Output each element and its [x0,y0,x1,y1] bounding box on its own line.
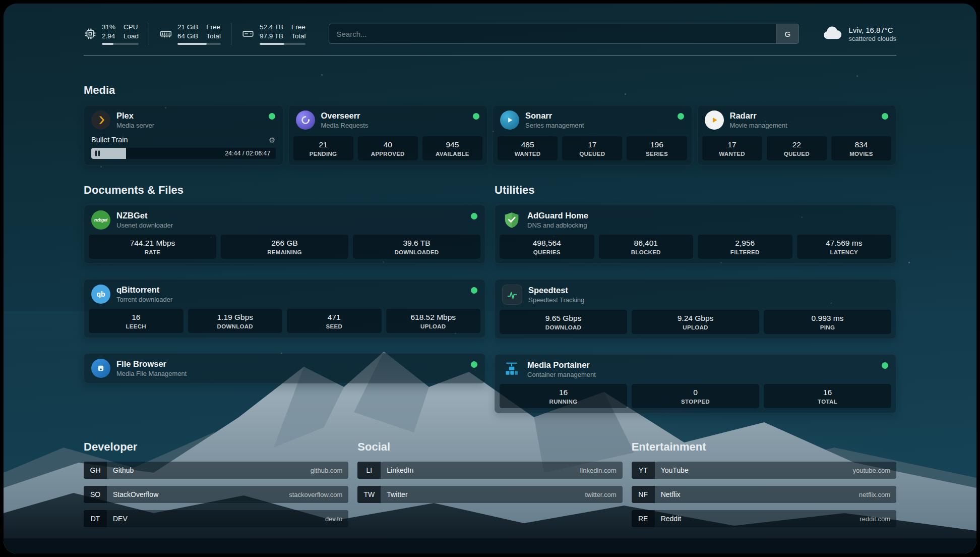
status-online-dot [471,361,477,368]
bookmark-name: Netflix [655,486,859,503]
service-link-speedtest[interactable]: Speedtest Speedtest Tracking [495,280,896,310]
stat-label: RATE [91,249,214,255]
stat-value: 16 [91,313,181,322]
status-online-dot [473,113,479,120]
stat-label: DOWNLOAD [190,323,281,329]
stat-value: 17 [564,140,620,149]
memory-progress-bar [177,43,221,45]
cpu-progress-fill [102,43,113,45]
service-name: Plex [116,110,154,121]
now-playing-title: Bullet Train [91,136,128,144]
bookmark-reddit[interactable]: RE Reddit reddit.com [632,510,896,527]
bookmark-url: stackoverflow.com [289,486,348,503]
stat-label: APPROVED [360,151,416,157]
portainer-stats: 16 RUNNING 0 STOPPED 16 TOTAL [495,384,896,413]
stat-value: 9.24 Gbps [634,314,757,323]
bookmark-url: twitter.com [585,486,623,503]
stat-pending: 21 PENDING [293,136,353,160]
bookmark-netflix[interactable]: NF Netflix netflix.com [632,486,896,503]
stat-value: 266 GB [223,239,346,248]
bookmark-name: Reddit [655,510,860,527]
search-provider-button[interactable]: G [776,24,799,43]
service-card-adguard: AdGuard Home DNS and adblocking 498,564 … [495,205,896,264]
cpu-percent: 31% [102,23,115,32]
bookmark-abbr: DT [84,510,107,527]
service-link-plex[interactable]: Plex Media server [84,105,283,135]
service-card-sonarr: Sonarr Series management 485 WANTED 17 Q… [493,105,692,165]
plex-now-playing: Bullet Train ⚙ 24:44 / 02:06:47 [84,135,283,165]
bookmark-abbr: NF [632,486,655,503]
sonarr-stats: 485 WANTED 17 QUEUED 196 SERIES [493,136,692,165]
service-link-filebrowser[interactable]: File Browser Media File Management [84,354,485,383]
service-subtitle: Media File Management [116,370,187,378]
stat-upload: 618.52 Mbps UPLOAD [386,309,481,333]
bookmark-stackoverflow[interactable]: SO StackOverflow stackoverflow.com [84,486,348,503]
stat-label: QUEUED [769,151,825,157]
bookmark-github[interactable]: GH Github github.com [84,462,348,479]
stat-value: 1.19 Gbps [190,313,281,322]
service-subtitle: Torrent downloader [116,296,172,304]
stat-running: 16 RUNNING [500,384,627,408]
stat-wanted: 17 WANTED [702,136,762,160]
gear-icon[interactable]: ⚙ [269,136,275,144]
bookmark-name: Github [107,462,311,479]
disk-widget: 52.4 TB 97.9 TB Free Total [231,23,306,45]
service-card-overseerr: Overseerr Media Requests 21 PENDING 40 A… [288,105,488,165]
bookmark-name: DEV [107,510,325,527]
stat-movies: 834 MOVIES [831,136,891,160]
bookmark-dev[interactable]: DT DEV dev.to [84,510,348,527]
service-link-radarr[interactable]: Radarr Movie management [698,105,896,135]
service-link-portainer[interactable]: Media Portainer Container management [495,355,896,384]
bookmark-name: Twitter [381,486,585,503]
disk-progress-fill [260,43,284,45]
disk-total: 97.9 TB [260,32,283,41]
bookmark-abbr: TW [357,486,381,503]
stat-label: MOVIES [833,151,889,157]
service-link-sonarr[interactable]: Sonarr Series management [493,105,692,135]
service-link-qbittorrent[interactable]: qb qBittorrent Torrent downloader [84,280,485,309]
adguard-icon [502,210,521,230]
bookmark-twitter[interactable]: TW Twitter twitter.com [357,486,622,503]
status-online-dot [678,113,684,120]
stat-value: 16 [502,388,625,397]
service-name: Sonarr [525,110,584,121]
service-subtitle: Container management [527,371,596,379]
service-link-adguard[interactable]: AdGuard Home DNS and adblocking [495,205,896,235]
bookmark-url: reddit.com [860,510,896,527]
service-link-overseerr[interactable]: Overseerr Media Requests [289,105,487,135]
service-link-nzbget[interactable]: nzbget NZBGet Usenet downloader [84,205,485,235]
bookmark-linkedin[interactable]: LI LinkedIn linkedin.com [357,462,622,479]
stat-ping: 0.993 ms PING [764,310,891,334]
status-online-dot [471,287,477,294]
stat-download: 9.65 Gbps DOWNLOAD [500,310,627,334]
stat-label: DOWNLOADED [355,249,478,255]
bookmark-abbr: YT [632,462,655,479]
stat-value: 471 [289,313,380,322]
stat-queued: 22 QUEUED [767,136,827,160]
stat-label: FILTERED [700,249,790,255]
stat-queued: 17 QUEUED [562,136,622,160]
bookmark-youtube[interactable]: YT YouTube youtube.com [632,462,896,479]
status-online-dot [882,362,888,369]
media-grid: Plex Media server Bullet Train ⚙ 24:44 /… [84,105,896,165]
cloud-icon [822,26,842,42]
adguard-stats: 498,564 QUERIES 86,401 BLOCKED 2,956 FIL… [495,235,896,263]
service-card-portainer: Media Portainer Container management 16 … [495,354,896,413]
pause-icon[interactable] [95,151,100,156]
section-title-social: Social [357,440,622,454]
stat-value: 40 [360,140,416,149]
section-title-entertainment: Entertainment [632,440,896,454]
stat-wanted: 485 WANTED [498,136,558,160]
stat-value: 196 [629,140,685,149]
plex-icon [91,110,110,130]
stat-label: TOTAL [766,399,889,405]
portainer-icon [502,360,521,379]
cpu-progress-bar [102,43,139,45]
stat-label: QUEUED [564,151,620,157]
bookmark-abbr: LI [357,462,381,479]
bookmark-url: youtube.com [853,462,896,479]
status-online-dot [882,113,888,120]
service-name: File Browser [116,359,187,369]
search-input[interactable] [329,24,776,43]
stat-download: 1.19 Gbps DOWNLOAD [188,309,283,333]
